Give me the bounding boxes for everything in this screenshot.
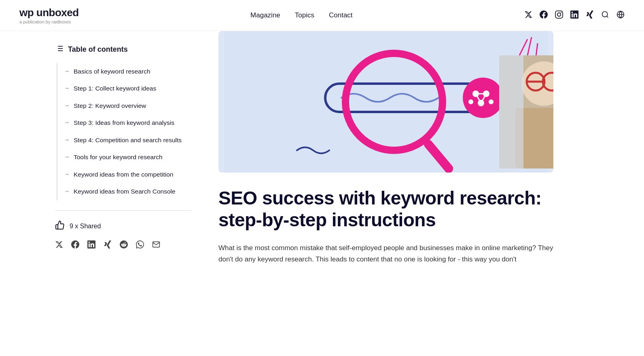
toc-link-3[interactable]: Step 2: Keyword overview [74,101,146,110]
twitter-header-icon[interactable] [524,11,532,21]
svg-point-20 [468,99,473,104]
toc-header: Table of contents [55,44,193,55]
sidebar: Table of contents → Basics of keyword re… [39,31,209,356]
main-content: SEO success with keyword research: step-… [209,31,573,356]
toc-arrow-4: → [64,119,70,126]
thumbs-up-icon [55,220,65,232]
toc-link-7[interactable]: Keyword ideas from the competition [74,170,173,179]
hero-image [218,31,553,173]
svg-rect-31 [499,55,523,169]
logo[interactable]: wp unboxed a publication by raidboxes [19,6,79,24]
globe-header-icon[interactable] [616,11,625,21]
nav-contact[interactable]: Contact [329,11,353,19]
nav-topics[interactable]: Topics [295,11,314,19]
toc-arrow-2: → [64,85,70,91]
toc-item-8[interactable]: → Keyword ideas from Search Console [57,183,193,200]
toc-item-1[interactable]: → Basics of keyword research [57,63,193,80]
facebook-header-icon[interactable] [540,11,548,21]
linkedin-header-icon[interactable] [570,11,578,21]
logo-subtext: a publication by raidboxes [19,19,79,24]
share-whatsapp-icon[interactable] [136,240,144,251]
nav-magazine[interactable]: Magazine [250,11,280,19]
toc-arrow-6: → [64,154,70,160]
svg-point-21 [489,99,494,104]
logo-text: wp unboxed [19,6,79,19]
svg-point-12 [444,164,453,173]
toc-arrow-7: → [64,171,70,177]
share-facebook-icon[interactable] [71,240,79,251]
main-nav: Magazine Topics Contact [250,11,353,19]
toc-link-8[interactable]: Keyword ideas from Search Console [74,187,176,196]
social-share-row [55,240,193,251]
toc-arrow-8: → [64,188,70,194]
share-email-icon[interactable] [152,240,160,251]
toc-link-5[interactable]: Step 4: Competition and search results [74,136,182,145]
toc-item-7[interactable]: → Keyword ideas from the competition [57,166,193,183]
toc-link-2[interactable]: Step 1: Collect keyword ideas [74,84,156,93]
xing-header-icon[interactable] [586,11,594,21]
toc-link-4[interactable]: Step 3: Ideas from keyword analysis [74,118,174,127]
sidebar-divider [55,210,193,211]
article-title: SEO success with keyword research: step-… [218,187,553,231]
share-reddit-icon[interactable] [120,240,128,251]
toc-item-4[interactable]: → Step 3: Ideas from keyword analysis [57,114,193,131]
svg-point-0 [602,11,607,17]
toc-list: → Basics of keyword research → Step 1: C… [57,63,193,200]
svg-point-13 [463,78,503,118]
search-header-icon[interactable] [601,11,609,21]
toc-icon [55,44,64,55]
site-header: wp unboxed a publication by raidboxes Ma… [0,0,644,31]
toc-item-5[interactable]: → Step 4: Competition and search results [57,132,193,149]
toc-arrow-5: → [64,137,70,143]
shares-row: 9 x Shared [55,220,193,232]
article-intro: What is the most common mistake that sel… [218,242,553,266]
toc-item-3[interactable]: → Step 2: Keyword overview [57,97,193,114]
toc-item-6[interactable]: → Tools for your keyword research [57,149,193,166]
share-twitter-icon[interactable] [55,240,63,251]
toc-item-2[interactable]: → Step 1: Collect keyword ideas [57,80,193,97]
hero-illustration [218,31,553,173]
instagram-header-icon[interactable] [555,11,563,21]
header-social-icons [524,11,625,21]
share-xing-icon[interactable] [104,240,112,251]
toc-arrow-3: → [64,102,70,109]
page-layout: Table of contents → Basics of keyword re… [39,31,605,356]
share-linkedin-icon[interactable] [87,240,95,251]
toc-link-6[interactable]: Tools for your keyword research [74,153,163,162]
toc-title: Table of contents [68,45,128,54]
shares-count: 9 x Shared [70,223,101,230]
toc-arrow-1: → [64,68,70,74]
toc-link-1[interactable]: Basics of keyword research [74,67,150,76]
